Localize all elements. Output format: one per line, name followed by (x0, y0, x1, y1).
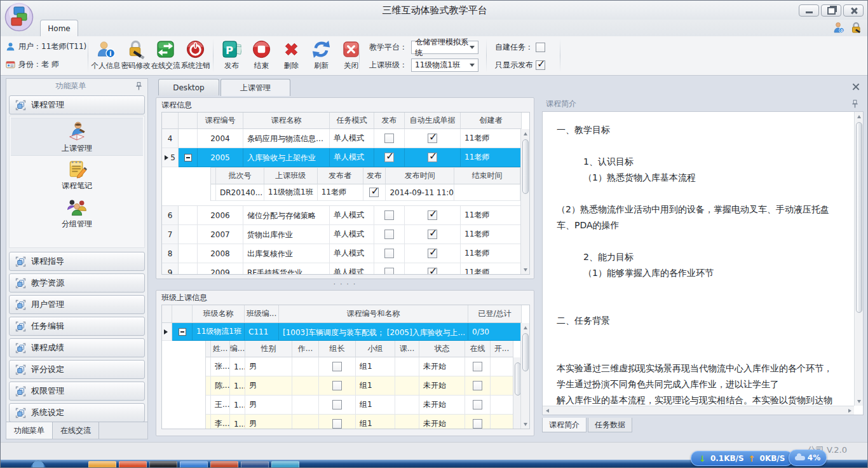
course-row[interactable]: 72007货物出库作业单人模式11老师 (162, 225, 529, 244)
class-select[interactable]: 11级物流1班 (411, 59, 478, 72)
scroll-up-icon[interactable] (524, 326, 527, 329)
lock-shortcut-icon[interactable] (850, 22, 862, 34)
checkbox[interactable] (473, 400, 482, 410)
online-chat-button[interactable]: 在线交流 (151, 38, 180, 74)
sidebar-group-system-setting[interactable]: 系统设定 (9, 403, 145, 422)
course-row[interactable]: 52005入库验收与上架作业单人模式11老师 (162, 148, 529, 167)
batch-row[interactable]: DR20140...11级物流1班11老师2014-09-11 11:08 (211, 184, 520, 201)
scroll-left-icon[interactable] (546, 409, 549, 413)
intro-vscrollbar[interactable] (854, 112, 863, 406)
scroll-right-icon[interactable] (848, 409, 851, 413)
checkbox[interactable] (428, 153, 437, 162)
collapse-icon[interactable] (184, 154, 192, 162)
restore-button[interactable] (821, 4, 841, 17)
sidebar-group-course-score[interactable]: 课程成绩 (9, 338, 145, 357)
pin-icon[interactable] (135, 81, 142, 91)
network-status-widget[interactable]: 0.1KB/S 0KB/S (691, 451, 793, 466)
end-button[interactable]: 结束 (247, 38, 276, 74)
publish-button[interactable]: P发布 (217, 38, 247, 74)
sidebar-group-course-mgmt[interactable]: 课程管理 (9, 95, 145, 114)
course-grid-scrollbar[interactable] (520, 129, 529, 274)
tab-desktop[interactable]: Desktop (158, 79, 219, 95)
tab-close-icon[interactable] (851, 81, 861, 92)
tab-function-menu[interactable]: 功能菜单 (6, 422, 53, 439)
scroll-down-icon[interactable] (524, 268, 527, 272)
app-icon-blue[interactable] (180, 461, 208, 468)
checkbox[interactable] (384, 268, 394, 275)
checkbox[interactable] (332, 381, 342, 390)
course-row[interactable]: 62006储位分配与存储策略单人模式11老师 (162, 206, 529, 225)
scroll-up-icon[interactable] (524, 132, 527, 135)
sidebar-item-class-mgmt[interactable]: 上课管理 (11, 118, 143, 156)
sidebar-group-permission-mgmt[interactable]: 权限管理 (9, 382, 145, 401)
checkbox[interactable] (428, 230, 437, 239)
checkbox[interactable] (473, 381, 482, 390)
network-percent-chip[interactable]: 4% (789, 450, 827, 466)
checkbox[interactable] (384, 210, 394, 220)
app-icon-navy[interactable] (241, 461, 269, 468)
app-icon-red[interactable] (119, 461, 147, 468)
pin-icon[interactable] (851, 99, 858, 109)
class-grid-scrollbar[interactable] (520, 323, 529, 429)
course-row[interactable]: 42004条码应用与物流信息化...单人模式11老师 (162, 129, 529, 148)
checkbox[interactable] (384, 153, 394, 162)
collapse-icon[interactable] (179, 328, 186, 336)
profile-button[interactable]: i个人信息 (91, 38, 121, 74)
minimize-button[interactable] (799, 4, 819, 17)
checkbox[interactable] (473, 419, 482, 429)
folder-icon[interactable] (88, 461, 116, 468)
intro-hscrollbar[interactable] (543, 406, 854, 415)
tab-class-mgmt[interactable]: 上课管理 (220, 79, 290, 96)
course-row[interactable]: 92009RF手持拣货作业单人模式11老师 (162, 263, 529, 275)
scroll-thumb[interactable] (856, 122, 862, 313)
tab-online-chat[interactable]: 在线交流 (53, 422, 99, 439)
sidebar-group-score-setting[interactable]: 评分设定 (9, 360, 145, 379)
change-password-button[interactable]: 密码修改 (121, 38, 151, 74)
sidebar-item-course-notes[interactable]: 课程笔记 (11, 156, 143, 193)
sidebar-group-task-edit[interactable]: 任务编辑 (9, 317, 145, 336)
checkbox[interactable] (473, 362, 482, 371)
checkbox[interactable] (384, 249, 394, 258)
checkbox[interactable] (384, 230, 394, 239)
student-row[interactable]: 李...1...男组1未开始 (206, 415, 522, 429)
tab-course-intro[interactable]: 课程简介 (542, 418, 587, 432)
scroll-up-icon[interactable] (857, 115, 861, 118)
checkbox[interactable] (369, 188, 379, 197)
splitter-handle[interactable] (156, 280, 534, 288)
checkbox[interactable] (428, 268, 437, 275)
scroll-down-icon[interactable] (524, 423, 527, 426)
tab-task-data[interactable]: 任务数据 (588, 418, 632, 432)
student-row[interactable]: 王...1...男组1未开始 (206, 396, 522, 415)
start-button-icon[interactable] (30, 460, 46, 468)
platform-select[interactable]: 仓储管理模拟系统 (411, 41, 478, 54)
checkbox[interactable] (428, 249, 437, 258)
checkbox[interactable] (332, 362, 342, 371)
sidebar-group-teaching-resources[interactable]: 教学资源 (9, 273, 145, 292)
terminal-icon[interactable] (149, 461, 177, 468)
self-task-checkbox[interactable] (536, 43, 545, 52)
sidebar-group-user-mgmt[interactable]: 用户管理 (9, 295, 145, 314)
sidebar-item-group-mgmt[interactable]: 分组管理 (11, 194, 143, 231)
student-row[interactable]: 陈...1...男组1未开始 (206, 376, 522, 396)
close-button[interactable] (843, 4, 864, 17)
logout-button[interactable]: 系统注销 (180, 38, 210, 74)
user-shortcut-icon[interactable]: 0 (833, 22, 845, 34)
only-publish-checkbox[interactable] (536, 60, 545, 70)
checkbox[interactable] (332, 419, 342, 429)
tab-home[interactable]: Home (40, 20, 78, 36)
app-icon-orange[interactable] (210, 461, 238, 468)
sidebar-group-course-guide[interactable]: 课程指导 (9, 252, 145, 271)
delete-button[interactable]: 删除 (276, 38, 306, 74)
scroll-down-icon[interactable] (857, 400, 861, 403)
checkbox[interactable] (384, 134, 394, 143)
checkbox[interactable] (428, 134, 437, 143)
close-app-button[interactable]: 关闭 (336, 38, 366, 74)
scroll-thumb[interactable] (522, 333, 529, 371)
app-icon-cyan[interactable] (271, 461, 299, 468)
class-row[interactable]: 11级物流1班C111[1003]车辆调度与装车配载； [2005]入库验收与上… (162, 323, 529, 341)
checkbox[interactable] (428, 210, 437, 220)
checkbox[interactable] (332, 400, 342, 410)
course-row[interactable]: 82008出库复核作业单人模式11老师 (162, 244, 529, 263)
refresh-button[interactable]: 刷新 (306, 38, 336, 74)
student-row[interactable]: 张...1...男组1未开始 (206, 357, 522, 376)
